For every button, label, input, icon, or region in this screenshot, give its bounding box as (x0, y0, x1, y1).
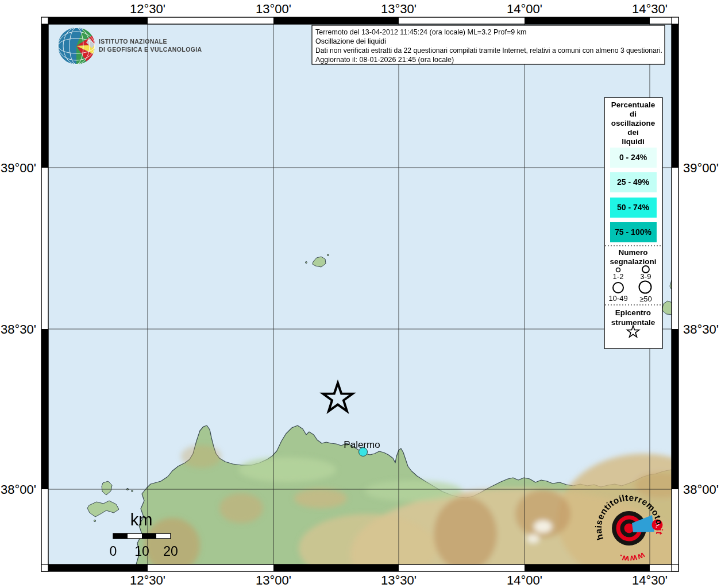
map-figure: 12°30' 13°00' 13°30' 14°00' 14°30' 12°30… (0, 0, 721, 588)
event-info-line1: Terremoto del 13-04-2012 11:45:24 (ora l… (315, 28, 526, 36)
frame-top-black-1 (48, 17, 148, 24)
scale-tick-10: 10 (134, 544, 149, 559)
scale-tick-20: 20 (163, 544, 178, 559)
axis-label-top-2: 13°30' (381, 2, 417, 16)
islet-2 (132, 490, 133, 492)
axis-label-left-0: 39°00' (1, 161, 36, 175)
axis-label-left-1: 38°30' (1, 322, 36, 336)
legend-title-line2: di (630, 110, 637, 118)
count-label-10-49: 10-49 (608, 294, 627, 303)
legend-title-line3: oscillazione (611, 119, 656, 127)
legend-label-50-74: 50 - 74% (617, 203, 650, 212)
legend-counts-title-line1: Numero (618, 248, 647, 257)
frame-corner-tr (672, 17, 678, 24)
frame-bottom-black-1 (48, 564, 148, 571)
count-label-3-9: 3-9 (641, 272, 651, 281)
legend-counts-title-line2: segnalazioni (610, 257, 656, 266)
legend-title-line1: Percentuale (611, 100, 656, 109)
frame-right-black-1 (672, 24, 678, 168)
frame-left-black-2 (41, 329, 48, 489)
scale-seg-4 (156, 533, 171, 539)
axis-labels-top: 12°30' 13°00' 13°30' 14°00' 14°30' (130, 2, 668, 16)
frame-left-black-1 (41, 24, 48, 168)
axis-label-right-1: 38°30' (683, 322, 719, 336)
ingv-name-line2: DI GEOFISICA E VULCANOLOGIA (99, 46, 202, 53)
event-info-line4: Aggiornato il: 08-01-2026 21:45 (ora loc… (315, 56, 454, 64)
scale-seg-1 (113, 533, 128, 539)
count-label-1-2: 1-2 (613, 272, 624, 281)
islet-ustica-1 (306, 262, 307, 264)
legend-title-line4: dei (627, 128, 639, 137)
scale-tick-0: 0 (110, 544, 117, 559)
axis-label-top-3: 14°00' (507, 2, 542, 16)
axis-label-top-0: 12°30' (130, 2, 165, 16)
macroseismic-map-page: 12°30' 13°00' 13°30' 14°00' 14°30' 12°30… (0, 0, 721, 588)
ingv-name-line1: ISTITUTO NAZIONALE (99, 38, 167, 45)
frame-corner-tl (41, 17, 48, 24)
frame-bottom-black-2 (273, 564, 399, 571)
axis-label-right-2: 38°00' (683, 482, 719, 497)
axis-label-top-1: 13°00' (256, 2, 291, 16)
city-intensity-dot (359, 448, 368, 457)
map-content: Palermo km 0 10 20 ? (48, 24, 721, 588)
axis-label-bottom-3: 14°00' (507, 573, 542, 587)
axis-label-bottom-2: 13°30' (381, 573, 417, 587)
axis-labels-left: 39°00' 38°30' 38°00' (1, 161, 36, 497)
scale-seg-3 (142, 533, 156, 539)
watermark-tld: .it (654, 525, 665, 536)
count-circle-1-2 (616, 268, 620, 272)
legend-title-line5: liquidi (622, 137, 645, 146)
frame-top-black-3 (525, 17, 650, 24)
count-circle-50 (639, 281, 651, 293)
axis-label-right-0: 39°00' (683, 161, 719, 175)
event-info-line3: Dati non verificati estratti da 22 quest… (315, 47, 662, 55)
axis-labels-right: 39°00' 38°30' 38°00' (683, 161, 719, 497)
count-circle-10-49 (613, 283, 623, 293)
scale-seg-2 (128, 533, 142, 539)
legend-label-25-49: 25 - 49% (617, 177, 650, 187)
event-info-box: Terremoto del 13-04-2012 11:45:24 (ora l… (312, 25, 665, 64)
frame-right-black-2 (672, 329, 678, 489)
scale-bar-unit: km (130, 510, 153, 529)
axis-label-bottom-4: 14°30' (632, 573, 668, 587)
axis-label-bottom-1: 13°00' (256, 573, 291, 587)
frame-top-black-2 (273, 17, 399, 24)
axis-labels-bottom: 12°30' 13°00' 13°30' 14°00' 14°30' (130, 573, 668, 587)
frame-corner-br (672, 564, 678, 571)
axis-label-top-4: 14°30' (632, 2, 668, 16)
axis-label-bottom-0: 12°30' (130, 573, 165, 587)
frame-bottom-black-3 (525, 564, 650, 571)
event-info-line2: Oscillazione dei liquidi (315, 37, 386, 45)
islet-3 (94, 520, 95, 521)
count-label-50: ≥50 (639, 295, 652, 303)
frame-corner-bl (41, 564, 48, 571)
axis-label-left-2: 38°00' (1, 482, 36, 497)
islet-ustica-2 (327, 254, 329, 256)
legend-label-0-24: 0 - 24% (619, 153, 647, 162)
legend-label-75-100: 75 - 100% (615, 227, 651, 237)
legend: Percentuale di oscillazione dei liquidi … (604, 98, 662, 349)
legend-epicenter-title-line1: Epicentro (615, 308, 651, 317)
